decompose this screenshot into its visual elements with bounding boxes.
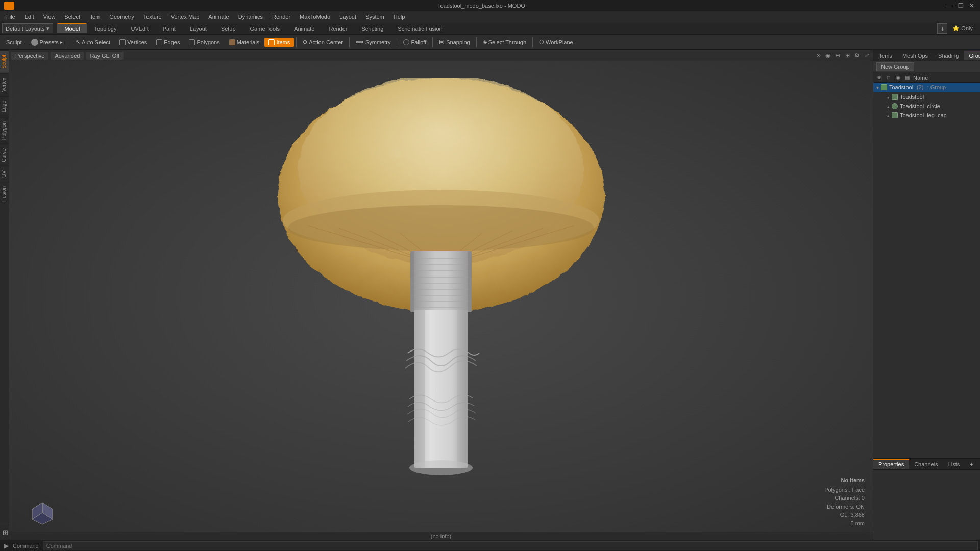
close-btn[interactable]: ✕	[968, 2, 976, 9]
presets-btn[interactable]: Presets ▸	[27, 37, 67, 47]
rb-tab-lists[interactable]: Lists	[943, 460, 965, 469]
command-input[interactable]	[43, 541, 978, 550]
menu-edit[interactable]: Edit	[20, 13, 38, 21]
vertices-btn[interactable]: Vertices	[115, 38, 151, 47]
toolbar-sep-2	[296, 37, 297, 47]
layout-dropdown-label: Default Layouts	[6, 26, 44, 32]
scene-list-icon-mesh[interactable]: ▦	[903, 73, 911, 82]
add-tab-button[interactable]: +	[937, 23, 947, 34]
left-tab-bottom-icon[interactable]: ⊞	[0, 525, 9, 540]
title-bar-title: Toadstool_modo_base.lxo - MODO	[437, 3, 525, 9]
ray-gl-btn[interactable]: Ray GL: Off	[86, 52, 124, 60]
menu-layout[interactable]: Layout	[335, 13, 360, 21]
polygons-icon	[189, 39, 195, 45]
viewport-icon-grid[interactable]: ⊞	[843, 52, 851, 60]
menu-render[interactable]: Render	[268, 13, 295, 21]
symmetry-btn[interactable]: ⟺ Symmetry	[352, 37, 395, 47]
bottom-bar: ▶ Command	[0, 540, 980, 551]
select-through-label: Select Through	[488, 39, 526, 45]
only-btn[interactable]: ⭐ Only	[947, 23, 978, 33]
menu-help[interactable]: Help	[389, 13, 409, 21]
left-tab-vertex[interactable]: Vertex	[0, 73, 9, 96]
left-tab-sculpt[interactable]: Sculpt	[0, 50, 9, 73]
scene-list-icon-render[interactable]: ◉	[894, 73, 902, 82]
tab-uvedit[interactable]: UVEdit	[124, 24, 155, 33]
perspective-btn[interactable]: Perspective	[11, 52, 48, 60]
menu-system[interactable]: System	[361, 13, 388, 21]
left-tab-curve[interactable]: Curve	[0, 144, 9, 166]
viewport-icon-settings[interactable]: ⚙	[853, 52, 861, 60]
scene-group-toadstool[interactable]: ▾ Toadstool (2) : Group	[873, 83, 980, 92]
corner-orientation-cube[interactable]	[30, 500, 55, 525]
menu-view[interactable]: View	[39, 13, 60, 21]
tab-animate[interactable]: Animate	[287, 24, 322, 33]
toolbar-sep-1	[69, 37, 69, 47]
tab-render[interactable]: Render	[322, 24, 354, 33]
left-tab-polygon[interactable]: Polygon	[0, 117, 9, 144]
select-through-btn[interactable]: ◈ Select Through	[479, 37, 530, 47]
menu-animate[interactable]: Animate	[204, 13, 233, 21]
polygons-btn[interactable]: Polygons	[185, 38, 224, 47]
scene-item-toadstool[interactable]: ↳ Toadstool	[873, 92, 980, 102]
action-center-btn[interactable]: ⊕ Action Center	[299, 37, 347, 47]
left-tab-edge[interactable]: Edge	[0, 96, 9, 116]
menu-dynamics[interactable]: Dynamics	[234, 13, 267, 21]
viewport-icon-camera[interactable]: ⊙	[814, 52, 822, 60]
rb-tab-channels[interactable]: Channels	[909, 460, 943, 469]
scene-item-toadstool-circle[interactable]: ↳ Toadstool_circle	[873, 102, 980, 111]
viewport-icon-render[interactable]: ◉	[824, 52, 832, 60]
tab-model[interactable]: Model	[57, 23, 87, 33]
group-tag: : Group	[927, 84, 946, 90]
maximize-btn[interactable]: ❐	[957, 2, 965, 9]
left-tab-uv[interactable]: UV	[0, 166, 9, 182]
rp-tab-meshops[interactable]: Mesh Ops	[897, 51, 933, 60]
snapping-btn[interactable]: ⋈ Snapping	[435, 37, 474, 47]
viewport-canvas[interactable]: No Items Polygons : Face Channels: 0 Def…	[9, 61, 873, 532]
materials-btn[interactable]: Materials	[225, 38, 264, 47]
new-group-button[interactable]: New Group	[876, 62, 914, 71]
menu-file[interactable]: File	[2, 13, 19, 21]
tab-game-tools[interactable]: Game Tools	[243, 24, 287, 33]
chevron-down-icon: ▾	[46, 25, 50, 32]
bottom-bar-arrow[interactable]: ▶	[2, 542, 11, 549]
rb-tab-properties[interactable]: Properties	[873, 459, 909, 469]
menu-maxtomode[interactable]: MaxToModo	[296, 13, 334, 21]
viewport-header: Perspective Advanced Ray GL: Off ⊙ ◉ ⊕ ⊞…	[9, 50, 873, 61]
tab-paint[interactable]: Paint	[156, 24, 183, 33]
workplane-btn[interactable]: ⬡ WorkPlane	[535, 37, 577, 47]
left-tab-fusion[interactable]: Fusion	[0, 182, 9, 206]
tab-topology[interactable]: Topology	[87, 24, 124, 33]
falloff-btn[interactable]: Falloff	[399, 38, 430, 47]
viewport-icon-expand[interactable]: ⤢	[863, 52, 871, 60]
tab-scripting[interactable]: Scripting	[355, 24, 391, 33]
menu-select[interactable]: Select	[60, 13, 84, 21]
rp-tab-items[interactable]: Items	[873, 51, 897, 60]
menu-item[interactable]: Item	[85, 13, 104, 21]
layout-dropdown[interactable]: Default Layouts ▾	[2, 23, 53, 33]
info-bar: (no info)	[9, 532, 873, 540]
auto-select-btn[interactable]: ↖ Auto Select	[71, 37, 114, 47]
perspective-label: Perspective	[15, 53, 44, 59]
tab-setup[interactable]: Setup	[214, 24, 243, 33]
tab-schematic-fusion[interactable]: Schematic Fusion	[390, 24, 449, 33]
scene-list-icon-eye[interactable]: 👁	[875, 73, 884, 82]
sculpt-btn[interactable]: Sculpt	[2, 38, 26, 47]
viewport-icon-zoom[interactable]: ⊕	[834, 52, 842, 60]
rp-tab-groups[interactable]: Groups	[964, 51, 980, 60]
menu-vertexmap[interactable]: Vertex Map	[167, 13, 204, 21]
scene-list-header-icons: 👁 □ ◉ ▦	[875, 73, 911, 82]
rb-tab-add[interactable]: +	[965, 460, 978, 469]
minimize-btn[interactable]: —	[945, 2, 953, 9]
scene-list-icon-lock[interactable]: □	[885, 73, 893, 82]
edges-btn[interactable]: Edges	[152, 38, 184, 47]
mushroom-model	[267, 78, 615, 475]
tab-layout[interactable]: Layout	[183, 24, 214, 33]
scene-item-toadstool-leg-cap[interactable]: ↳ Toadstool_leg_cap	[873, 111, 980, 120]
svg-rect-40	[410, 251, 414, 312]
advanced-btn[interactable]: Advanced	[51, 52, 84, 60]
items-btn[interactable]: Items	[264, 38, 294, 47]
menu-texture[interactable]: Texture	[139, 13, 166, 21]
deformers-stat: Deformers: ON	[824, 503, 865, 511]
menu-geometry[interactable]: Geometry	[105, 13, 138, 21]
rp-tab-shading[interactable]: Shading	[933, 51, 964, 60]
